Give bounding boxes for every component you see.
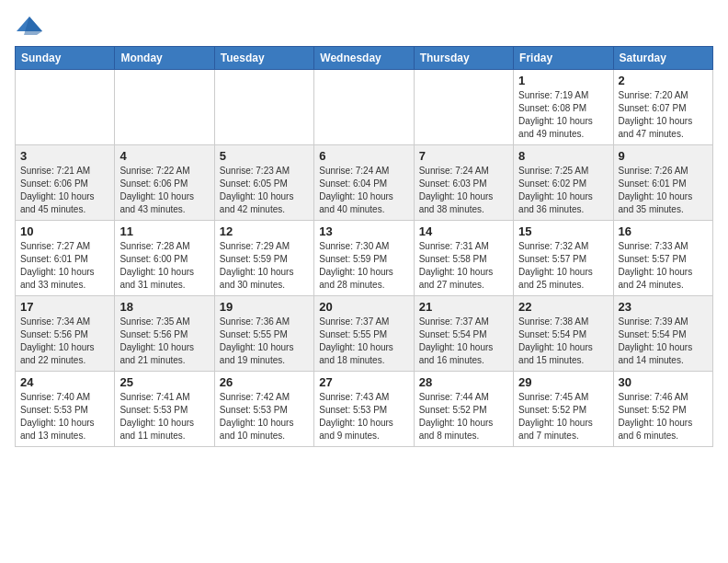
day-info: Sunrise: 7:22 AM Sunset: 6:06 PM Dayligh…	[119, 165, 209, 216]
day-info: Sunrise: 7:37 AM Sunset: 5:54 PM Dayligh…	[419, 316, 508, 367]
calendar-day-cell	[16, 70, 115, 145]
calendar-day-cell: 16Sunrise: 7:33 AM Sunset: 5:57 PM Dayli…	[613, 221, 712, 296]
day-info: Sunrise: 7:41 AM Sunset: 5:53 PM Dayligh…	[119, 391, 209, 442]
day-info: Sunrise: 7:29 AM Sunset: 5:59 PM Dayligh…	[220, 240, 309, 292]
day-number: 26	[220, 375, 309, 389]
calendar-day-cell: 18Sunrise: 7:35 AM Sunset: 5:56 PM Dayli…	[115, 296, 214, 372]
day-info: Sunrise: 7:20 AM Sunset: 6:07 PM Dayligh…	[619, 89, 708, 141]
day-info: Sunrise: 7:19 AM Sunset: 6:08 PM Dayligh…	[518, 89, 608, 141]
calendar-day-cell: 17Sunrise: 7:34 AM Sunset: 5:56 PM Dayli…	[16, 296, 115, 372]
calendar-day-cell: 14Sunrise: 7:31 AM Sunset: 5:58 PM Dayli…	[414, 221, 513, 296]
calendar-day-cell: 2Sunrise: 7:20 AM Sunset: 6:07 PM Daylig…	[613, 70, 712, 145]
calendar-day-cell	[414, 70, 513, 145]
calendar-day-cell: 20Sunrise: 7:37 AM Sunset: 5:55 PM Dayli…	[314, 296, 414, 372]
day-info: Sunrise: 7:33 AM Sunset: 5:57 PM Dayligh…	[619, 240, 708, 292]
day-number: 25	[119, 375, 209, 389]
svg-marker-1	[24, 17, 42, 35]
day-number: 10	[20, 224, 109, 238]
calendar-week-row: 24Sunrise: 7:40 AM Sunset: 5:53 PM Dayli…	[16, 372, 713, 447]
day-number: 20	[319, 300, 408, 314]
day-info: Sunrise: 7:32 AM Sunset: 5:57 PM Dayligh…	[518, 240, 608, 292]
calendar-day-cell: 21Sunrise: 7:37 AM Sunset: 5:54 PM Dayli…	[414, 296, 513, 372]
calendar-day-cell: 6Sunrise: 7:24 AM Sunset: 6:04 PM Daylig…	[314, 145, 414, 221]
calendar-week-row: 3Sunrise: 7:21 AM Sunset: 6:06 PM Daylig…	[16, 145, 713, 221]
calendar-day-cell: 27Sunrise: 7:43 AM Sunset: 5:53 PM Dayli…	[314, 372, 414, 447]
day-number: 3	[20, 149, 109, 163]
day-info: Sunrise: 7:39 AM Sunset: 5:54 PM Dayligh…	[619, 316, 708, 367]
day-number: 14	[419, 224, 508, 238]
calendar-day-cell: 3Sunrise: 7:21 AM Sunset: 6:06 PM Daylig…	[16, 145, 115, 221]
calendar-week-row: 1Sunrise: 7:19 AM Sunset: 6:08 PM Daylig…	[16, 70, 713, 145]
day-number: 19	[220, 300, 309, 314]
calendar-day-cell: 4Sunrise: 7:22 AM Sunset: 6:06 PM Daylig…	[115, 145, 214, 221]
calendar-day-cell: 11Sunrise: 7:28 AM Sunset: 6:00 PM Dayli…	[115, 221, 214, 296]
calendar-day-cell: 5Sunrise: 7:23 AM Sunset: 6:05 PM Daylig…	[214, 145, 313, 221]
day-number: 24	[20, 375, 109, 389]
day-number: 13	[319, 224, 408, 238]
day-number: 2	[619, 74, 708, 87]
calendar-day-cell: 19Sunrise: 7:36 AM Sunset: 5:55 PM Dayli…	[214, 296, 313, 372]
calendar-day-cell: 28Sunrise: 7:44 AM Sunset: 5:52 PM Dayli…	[414, 372, 513, 447]
day-info: Sunrise: 7:35 AM Sunset: 5:56 PM Dayligh…	[119, 316, 209, 367]
calendar-week-row: 10Sunrise: 7:27 AM Sunset: 6:01 PM Dayli…	[16, 221, 713, 296]
calendar-day-cell: 25Sunrise: 7:41 AM Sunset: 5:53 PM Dayli…	[115, 372, 214, 447]
calendar-day-cell: 23Sunrise: 7:39 AM Sunset: 5:54 PM Dayli…	[613, 296, 712, 372]
day-info: Sunrise: 7:38 AM Sunset: 5:54 PM Dayligh…	[518, 316, 608, 367]
day-info: Sunrise: 7:23 AM Sunset: 6:05 PM Dayligh…	[220, 165, 309, 216]
day-info: Sunrise: 7:25 AM Sunset: 6:02 PM Dayligh…	[518, 165, 608, 216]
day-info: Sunrise: 7:40 AM Sunset: 5:53 PM Dayligh…	[20, 391, 109, 442]
day-number: 11	[119, 224, 209, 238]
calendar-day-cell: 15Sunrise: 7:32 AM Sunset: 5:57 PM Dayli…	[514, 221, 613, 296]
day-number: 4	[119, 149, 209, 163]
day-info: Sunrise: 7:37 AM Sunset: 5:55 PM Dayligh…	[319, 316, 408, 367]
weekday-header: Sunday	[16, 47, 115, 70]
day-number: 28	[419, 375, 508, 389]
day-info: Sunrise: 7:42 AM Sunset: 5:53 PM Dayligh…	[220, 391, 309, 442]
day-number: 1	[518, 74, 608, 87]
weekday-header: Wednesday	[314, 47, 414, 70]
day-info: Sunrise: 7:31 AM Sunset: 5:58 PM Dayligh…	[419, 240, 508, 292]
weekday-header: Friday	[514, 47, 613, 70]
day-number: 30	[619, 375, 708, 389]
calendar-day-cell: 29Sunrise: 7:45 AM Sunset: 5:52 PM Dayli…	[514, 372, 613, 447]
day-number: 29	[518, 375, 608, 389]
day-number: 12	[220, 224, 309, 238]
calendar-day-cell: 22Sunrise: 7:38 AM Sunset: 5:54 PM Dayli…	[514, 296, 613, 372]
day-number: 27	[319, 375, 408, 389]
day-info: Sunrise: 7:34 AM Sunset: 5:56 PM Dayligh…	[20, 316, 109, 367]
day-info: Sunrise: 7:27 AM Sunset: 6:01 PM Dayligh…	[20, 240, 109, 292]
weekday-header: Thursday	[414, 47, 513, 70]
calendar-day-cell	[314, 70, 414, 145]
weekday-header: Saturday	[613, 47, 712, 70]
calendar-day-cell: 12Sunrise: 7:29 AM Sunset: 5:59 PM Dayli…	[214, 221, 313, 296]
day-info: Sunrise: 7:36 AM Sunset: 5:55 PM Dayligh…	[220, 316, 309, 367]
page-header	[15, 15, 713, 35]
day-info: Sunrise: 7:21 AM Sunset: 6:06 PM Dayligh…	[20, 165, 109, 216]
day-number: 6	[319, 149, 408, 163]
day-number: 23	[619, 300, 708, 314]
day-info: Sunrise: 7:44 AM Sunset: 5:52 PM Dayligh…	[419, 391, 508, 442]
day-info: Sunrise: 7:45 AM Sunset: 5:52 PM Dayligh…	[518, 391, 608, 442]
calendar-table: SundayMondayTuesdayWednesdayThursdayFrid…	[15, 46, 713, 447]
day-info: Sunrise: 7:24 AM Sunset: 6:03 PM Dayligh…	[419, 165, 508, 216]
logo	[15, 15, 42, 35]
weekday-header: Tuesday	[214, 47, 313, 70]
calendar-day-cell: 24Sunrise: 7:40 AM Sunset: 5:53 PM Dayli…	[16, 372, 115, 447]
logo-icon	[17, 15, 42, 35]
weekday-header: Monday	[115, 47, 214, 70]
day-number: 9	[619, 149, 708, 163]
calendar-day-cell	[214, 70, 313, 145]
calendar-day-cell: 7Sunrise: 7:24 AM Sunset: 6:03 PM Daylig…	[414, 145, 513, 221]
calendar-day-cell: 10Sunrise: 7:27 AM Sunset: 6:01 PM Dayli…	[16, 221, 115, 296]
day-info: Sunrise: 7:46 AM Sunset: 5:52 PM Dayligh…	[619, 391, 708, 442]
calendar-day-cell: 13Sunrise: 7:30 AM Sunset: 5:59 PM Dayli…	[314, 221, 414, 296]
day-number: 8	[518, 149, 608, 163]
day-info: Sunrise: 7:28 AM Sunset: 6:00 PM Dayligh…	[119, 240, 209, 292]
calendar-week-row: 17Sunrise: 7:34 AM Sunset: 5:56 PM Dayli…	[16, 296, 713, 372]
calendar-day-cell	[115, 70, 214, 145]
day-number: 16	[619, 224, 708, 238]
day-number: 5	[220, 149, 309, 163]
calendar-day-cell: 30Sunrise: 7:46 AM Sunset: 5:52 PM Dayli…	[613, 372, 712, 447]
day-number: 7	[419, 149, 508, 163]
day-number: 15	[518, 224, 608, 238]
